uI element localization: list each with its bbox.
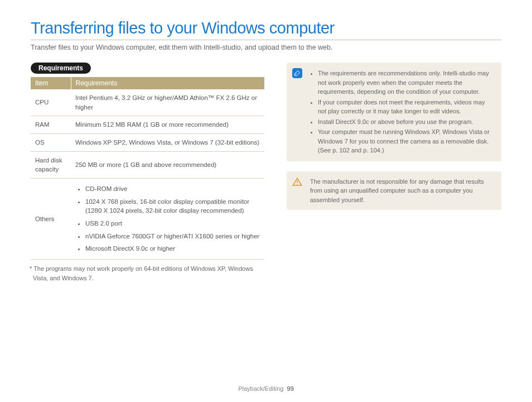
warning-box: The manufacturer is not responsible for … xyxy=(287,171,501,210)
list-item: 1024 X 768 pixels, 16-bit color display … xyxy=(85,195,260,217)
table-row: Hard disk capacity 250 MB or more (1 GB … xyxy=(31,151,264,178)
table-row: OS Windows XP SP2, Windows Vista, or Win… xyxy=(31,134,264,152)
intro-text: Transfer files to your Windows computer,… xyxy=(31,44,501,51)
page-title: Transferring files to your Windows compu… xyxy=(31,19,501,40)
left-column: Requirements Item Requirements CPU Intel… xyxy=(31,63,264,283)
list-item: USB 2.0 port xyxy=(85,217,260,230)
cell-req: Intel Pentium 4, 3.2 GHz or higher/AMD A… xyxy=(71,89,264,116)
note-item: If your computer does not meet the requi… xyxy=(318,97,495,117)
cell-item: Others xyxy=(31,179,71,260)
right-column: The requirements are recommendations onl… xyxy=(287,63,501,283)
cell-item: Hard disk capacity xyxy=(31,151,71,178)
note-box: The requirements are recommendations onl… xyxy=(287,63,501,161)
cell-req-list: CD-ROM drive 1024 X 768 pixels, 16-bit c… xyxy=(71,179,264,260)
requirements-table: Item Requirements CPU Intel Pentium 4, 3… xyxy=(31,77,264,260)
section-label-requirements: Requirements xyxy=(31,63,91,74)
cell-item: CPU xyxy=(31,89,71,116)
table-head-item: Item xyxy=(31,77,71,89)
note-item: The requirements are recommendations onl… xyxy=(318,68,495,97)
cell-item: OS xyxy=(31,134,71,152)
list-item: Microsoft DirectX 9.0c or higher xyxy=(85,242,260,255)
note-icon xyxy=(292,68,302,78)
list-item: nVIDIA Geforce 7600GT or higher/ATI X160… xyxy=(85,230,260,243)
table-row: CPU Intel Pentium 4, 3.2 GHz or higher/A… xyxy=(31,89,264,116)
cell-req: Minimum 512 MB RAM (1 GB or more recomme… xyxy=(71,116,264,134)
svg-point-1 xyxy=(297,184,298,185)
footer-section: Playback/Editing xyxy=(238,385,283,392)
cell-req: Windows XP SP2, Windows Vista, or Window… xyxy=(71,134,264,152)
list-item: CD-ROM drive xyxy=(85,183,260,195)
table-head-req: Requirements xyxy=(71,77,264,89)
cell-item: RAM xyxy=(31,116,71,134)
table-row-others: Others CD-ROM drive 1024 X 768 pixels, 1… xyxy=(31,179,264,260)
footer-page: 99 xyxy=(287,385,294,392)
footnote: * The programs may not work properly on … xyxy=(31,264,264,283)
page-footer: Playback/Editing 99 xyxy=(0,385,532,392)
note-item: Your computer must be running Windows XP… xyxy=(318,127,495,156)
cell-req: 250 MB or more (1 GB and above recommend… xyxy=(71,151,264,178)
warning-text: The manufacturer is not responsible for … xyxy=(310,178,484,203)
table-row: RAM Minimum 512 MB RAM (1 GB or more rec… xyxy=(31,116,264,134)
note-item: Install DirectX 9.0c or above before you… xyxy=(318,117,495,127)
warning-icon xyxy=(292,177,302,187)
